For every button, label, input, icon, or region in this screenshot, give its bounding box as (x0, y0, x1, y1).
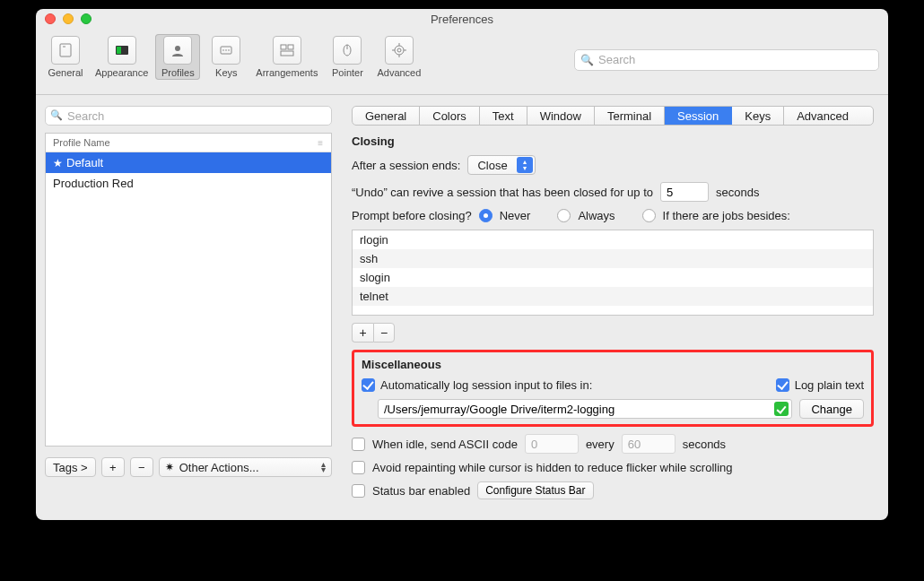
gear-icon: ✷ (165, 461, 174, 473)
keys-icon (212, 36, 240, 65)
undo-seconds-input[interactable] (660, 182, 709, 202)
log-plain-label: Log plain text (795, 378, 864, 392)
content: 🔍 Profile Name ≡ ★ Default Production Re… (36, 95, 888, 520)
svg-rect-11 (281, 51, 293, 56)
list-item[interactable]: rlogin (353, 230, 873, 249)
change-path-button[interactable]: Change (799, 399, 864, 419)
session-pane: Closing After a session ends: Close ▴▾ “… (346, 134, 879, 511)
profile-row-default[interactable]: ★ Default (46, 152, 331, 173)
status-bar-checkbox[interactable] (352, 484, 365, 498)
configure-status-bar-button[interactable]: Configure Status Bar (477, 481, 593, 499)
chevron-updown-icon: ▴▾ (517, 157, 533, 173)
avoid-repaint-checkbox[interactable] (352, 461, 365, 474)
svg-rect-9 (281, 45, 286, 49)
jobs-listbox[interactable]: rlogin ssh slogin telnet (352, 230, 874, 316)
right-panel: General Colors Text Window Terminal Sess… (346, 106, 879, 511)
toolbar-search-input[interactable] (574, 49, 879, 71)
search-icon: 🔍 (50, 109, 63, 121)
preferences-window: Preferences General Appearance Profiles … (36, 9, 888, 520)
left-panel: 🔍 Profile Name ≡ ★ Default Production Re… (45, 106, 332, 511)
svg-rect-10 (288, 45, 293, 49)
toolbar-profiles[interactable]: Profiles (155, 34, 200, 80)
radio-never[interactable] (479, 209, 493, 222)
svg-point-4 (175, 46, 180, 51)
idle-label: When idle, send ASCII code (372, 438, 518, 451)
list-item[interactable]: ssh (353, 249, 873, 268)
toolbar-appearance[interactable]: Appearance (92, 34, 152, 80)
after-session-select[interactable]: Close ▴▾ (467, 155, 535, 175)
other-actions-dropdown[interactable]: ✷ Other Actions... ▴▾ (159, 457, 332, 477)
status-bar-label: Status bar enabled (372, 484, 470, 498)
svg-point-15 (397, 48, 401, 52)
tab-general[interactable]: General (353, 107, 420, 125)
toolbar-arrangements[interactable]: Arrangements (252, 34, 321, 80)
search-icon: 🔍 (580, 54, 594, 66)
log-plain-checkbox[interactable] (776, 378, 789, 392)
profiles-search-input[interactable] (45, 106, 332, 126)
toolbar-pointer[interactable]: Pointer (325, 34, 370, 80)
idle-code-input (525, 434, 579, 454)
arrangements-icon (273, 36, 301, 65)
radio-always[interactable] (557, 209, 571, 222)
toolbar-search: 🔍 (574, 49, 879, 71)
tab-window[interactable]: Window (527, 107, 595, 125)
undo-label-pre: “Undo” can revive a session that has bee… (352, 186, 653, 199)
chevron-updown-icon: ▴▾ (321, 462, 326, 473)
misc-highlight: Miscellaneous Automatically log session … (352, 350, 874, 427)
svg-point-7 (226, 49, 228, 51)
log-path-input[interactable] (378, 399, 792, 419)
jobs-remove-button[interactable]: − (373, 323, 395, 343)
valid-path-icon (774, 402, 789, 416)
tab-advanced[interactable]: Advanced (784, 107, 861, 125)
profile-tabs: General Colors Text Window Terminal Sess… (352, 106, 874, 126)
profiles-header[interactable]: Profile Name ≡ (46, 134, 331, 152)
toolbar-advanced[interactable]: Advanced (373, 34, 424, 80)
idle-interval-input (622, 434, 676, 454)
tab-keys[interactable]: Keys (732, 107, 784, 125)
appearance-icon (108, 36, 136, 65)
star-icon: ★ (53, 157, 63, 169)
misc-heading: Miscellaneous (362, 358, 864, 371)
tags-button[interactable]: Tags > (45, 457, 96, 477)
list-item[interactable]: slogin (353, 268, 873, 287)
toolbar-keys[interactable]: Keys (204, 34, 248, 80)
toolbar: General Appearance Profiles Keys Arrange… (36, 29, 888, 95)
svg-rect-0 (60, 44, 71, 56)
profiles-table: Profile Name ≡ ★ Default Production Red (45, 133, 332, 447)
tab-session[interactable]: Session (665, 107, 732, 125)
general-icon (51, 36, 80, 65)
tab-terminal[interactable]: Terminal (595, 107, 665, 125)
radio-jobs-besides[interactable] (642, 209, 656, 222)
pointer-icon (333, 36, 362, 65)
svg-point-6 (223, 49, 225, 51)
undo-label-post: seconds (716, 186, 759, 199)
svg-point-14 (395, 46, 404, 55)
toolbar-general[interactable]: General (43, 34, 88, 80)
profiles-icon (163, 36, 192, 65)
list-item[interactable]: telnet (353, 287, 873, 306)
idle-checkbox[interactable] (352, 438, 365, 451)
tab-colors[interactable]: Colors (420, 107, 480, 125)
titlebar: Preferences (36, 9, 888, 29)
profile-row-production-red[interactable]: Production Red (46, 173, 331, 194)
auto-log-label: Automatically log session input to files… (380, 378, 592, 392)
prompt-close-label: Prompt before closing? (352, 209, 472, 222)
avoid-repaint-label: Avoid repainting while cursor is hidden … (372, 461, 733, 474)
after-session-label: After a session ends: (352, 159, 460, 172)
jobs-add-button[interactable]: + (352, 323, 373, 343)
profile-add-button[interactable]: + (101, 457, 125, 477)
tab-text[interactable]: Text (480, 107, 527, 125)
svg-point-8 (229, 49, 231, 51)
closing-heading: Closing (352, 134, 874, 148)
profile-remove-button[interactable]: − (130, 457, 153, 477)
column-grip-icon[interactable]: ≡ (318, 138, 324, 148)
advanced-icon (385, 36, 414, 65)
svg-rect-3 (117, 47, 121, 54)
window-title: Preferences (36, 13, 888, 26)
auto-log-checkbox[interactable] (362, 378, 375, 392)
